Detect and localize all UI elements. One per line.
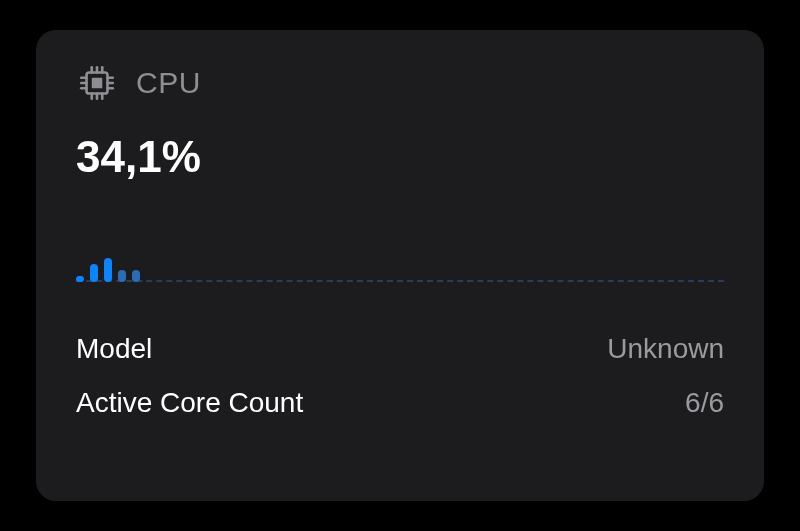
info-row-model: Model Unknown bbox=[76, 322, 724, 376]
chart-bar bbox=[76, 276, 84, 282]
cpu-icon bbox=[76, 62, 118, 104]
info-value: 6/6 bbox=[685, 387, 724, 419]
chart-bar bbox=[132, 270, 140, 282]
card-title: CPU bbox=[136, 66, 201, 100]
cpu-card: CPU 34,1% Model Unknown Active Core Coun… bbox=[36, 30, 764, 501]
info-label: Model bbox=[76, 333, 152, 365]
chart-bar bbox=[118, 270, 126, 282]
cpu-usage-chart bbox=[76, 238, 724, 282]
svg-rect-1 bbox=[92, 78, 103, 89]
chart-bar bbox=[90, 264, 98, 282]
info-row-active-core-count: Active Core Count 6/6 bbox=[76, 376, 724, 430]
chart-bars bbox=[76, 258, 140, 282]
chart-baseline bbox=[76, 280, 724, 282]
card-header: CPU bbox=[76, 62, 724, 104]
chart-bar bbox=[104, 258, 112, 282]
cpu-usage-percentage: 34,1% bbox=[76, 132, 724, 182]
info-label: Active Core Count bbox=[76, 387, 303, 419]
info-value: Unknown bbox=[607, 333, 724, 365]
